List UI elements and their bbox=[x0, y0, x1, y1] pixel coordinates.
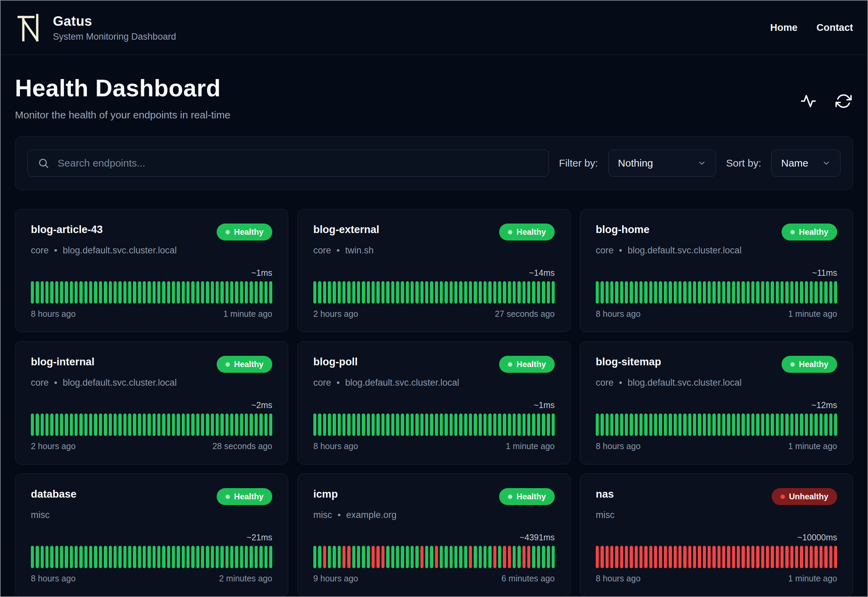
status-bar[interactable] bbox=[829, 546, 832, 568]
status-bar[interactable] bbox=[255, 413, 258, 436]
status-bar[interactable] bbox=[133, 546, 136, 568]
status-bar[interactable] bbox=[109, 546, 112, 568]
status-bar[interactable] bbox=[60, 413, 63, 436]
status-bar[interactable] bbox=[790, 413, 793, 436]
status-bar[interactable] bbox=[688, 546, 691, 568]
endpoint-card[interactable]: blog-article-43 Healthy core • blog.defa… bbox=[15, 209, 288, 332]
status-bar[interactable] bbox=[640, 413, 643, 436]
status-bar[interactable] bbox=[65, 281, 68, 304]
status-bar[interactable] bbox=[508, 281, 511, 304]
status-bar[interactable] bbox=[737, 546, 740, 568]
status-bar[interactable] bbox=[708, 281, 711, 304]
status-bar[interactable] bbox=[94, 281, 97, 304]
status-bar[interactable] bbox=[201, 281, 204, 304]
status-bar[interactable] bbox=[498, 413, 501, 436]
status-bar[interactable] bbox=[708, 546, 711, 568]
status-bar[interactable] bbox=[610, 281, 613, 304]
status-bar[interactable] bbox=[401, 546, 404, 568]
status-bar[interactable] bbox=[800, 281, 803, 304]
status-bar[interactable] bbox=[206, 546, 209, 568]
status-bar[interactable] bbox=[483, 546, 487, 568]
endpoint-card[interactable]: blog-internal Healthy core • blog.defaul… bbox=[15, 341, 288, 464]
status-bar[interactable] bbox=[829, 413, 832, 436]
status-bar[interactable] bbox=[683, 281, 686, 304]
status-bar[interactable] bbox=[795, 546, 798, 568]
status-bar[interactable] bbox=[732, 281, 735, 304]
status-bar[interactable] bbox=[664, 281, 667, 304]
status-bar[interactable] bbox=[688, 281, 691, 304]
status-bar[interactable] bbox=[790, 546, 793, 568]
status-bar[interactable] bbox=[819, 281, 822, 304]
status-bar[interactable] bbox=[600, 281, 604, 304]
status-bar[interactable] bbox=[225, 281, 228, 304]
status-bar[interactable] bbox=[89, 413, 92, 436]
endpoint-card[interactable]: icmp Healthy misc • example.org ~4391ms … bbox=[297, 474, 571, 597]
status-bar[interactable] bbox=[751, 546, 754, 568]
status-bar[interactable] bbox=[201, 413, 204, 436]
status-bar[interactable] bbox=[60, 546, 63, 568]
status-bar[interactable] bbox=[50, 413, 53, 436]
status-bar[interactable] bbox=[201, 546, 204, 568]
activity-icon[interactable] bbox=[799, 92, 818, 111]
status-bar[interactable] bbox=[737, 413, 740, 436]
status-bar[interactable] bbox=[440, 281, 443, 304]
status-bar[interactable] bbox=[65, 546, 68, 568]
status-bar[interactable] bbox=[333, 413, 336, 436]
status-bar[interactable] bbox=[177, 546, 180, 568]
status-bar[interactable] bbox=[114, 546, 117, 568]
status-bar[interactable] bbox=[153, 281, 156, 304]
status-bar[interactable] bbox=[352, 281, 355, 304]
status-bar[interactable] bbox=[269, 281, 272, 304]
status-bar[interactable] bbox=[610, 413, 613, 436]
status-bar[interactable] bbox=[620, 281, 623, 304]
status-bar[interactable] bbox=[776, 413, 779, 436]
status-bar[interactable] bbox=[459, 546, 462, 568]
status-bar[interactable] bbox=[615, 413, 618, 436]
status-bar[interactable] bbox=[815, 413, 818, 436]
status-bar[interactable] bbox=[50, 281, 53, 304]
status-bar[interactable] bbox=[450, 281, 453, 304]
status-bar[interactable] bbox=[323, 281, 326, 304]
status-bar[interactable] bbox=[376, 413, 379, 436]
status-bar[interactable] bbox=[269, 413, 272, 436]
status-bar[interactable] bbox=[55, 413, 58, 436]
status-bar[interactable] bbox=[250, 413, 253, 436]
status-bar[interactable] bbox=[55, 546, 58, 568]
status-bar[interactable] bbox=[527, 281, 530, 304]
status-bar[interactable] bbox=[333, 281, 336, 304]
status-bar[interactable] bbox=[464, 546, 467, 568]
endpoint-card[interactable]: nas Unhealthy misc • ~10000ms 8 hours ag… bbox=[580, 474, 853, 597]
status-bar[interactable] bbox=[547, 281, 550, 304]
status-bar[interactable] bbox=[493, 281, 496, 304]
status-bar[interactable] bbox=[800, 546, 803, 568]
status-bar[interactable] bbox=[737, 281, 740, 304]
status-bar[interactable] bbox=[454, 413, 458, 436]
status-bar[interactable] bbox=[717, 546, 720, 568]
status-bar[interactable] bbox=[440, 546, 443, 568]
status-bar[interactable] bbox=[211, 281, 214, 304]
status-bar[interactable] bbox=[235, 413, 238, 436]
status-bar[interactable] bbox=[352, 546, 355, 568]
status-bar[interactable] bbox=[313, 546, 316, 568]
status-bar[interactable] bbox=[118, 281, 121, 304]
status-bar[interactable] bbox=[65, 413, 68, 436]
status-bar[interactable] bbox=[357, 413, 360, 436]
status-bar[interactable] bbox=[781, 413, 784, 436]
status-bar[interactable] bbox=[717, 281, 720, 304]
status-bar[interactable] bbox=[172, 281, 175, 304]
status-bar[interactable] bbox=[162, 281, 165, 304]
status-bar[interactable] bbox=[153, 546, 156, 568]
status-bar[interactable] bbox=[157, 546, 160, 568]
status-bar[interactable] bbox=[230, 413, 233, 436]
status-bar[interactable] bbox=[148, 413, 151, 436]
status-bar[interactable] bbox=[517, 546, 520, 568]
status-bar[interactable] bbox=[46, 281, 49, 304]
status-bar[interactable] bbox=[187, 413, 190, 436]
status-bar[interactable] bbox=[488, 546, 491, 568]
status-bar[interactable] bbox=[191, 281, 194, 304]
status-bar[interactable] bbox=[678, 281, 681, 304]
status-bar[interactable] bbox=[31, 413, 34, 436]
status-bar[interactable] bbox=[727, 546, 730, 568]
status-bar[interactable] bbox=[615, 281, 618, 304]
status-bar[interactable] bbox=[537, 546, 540, 568]
